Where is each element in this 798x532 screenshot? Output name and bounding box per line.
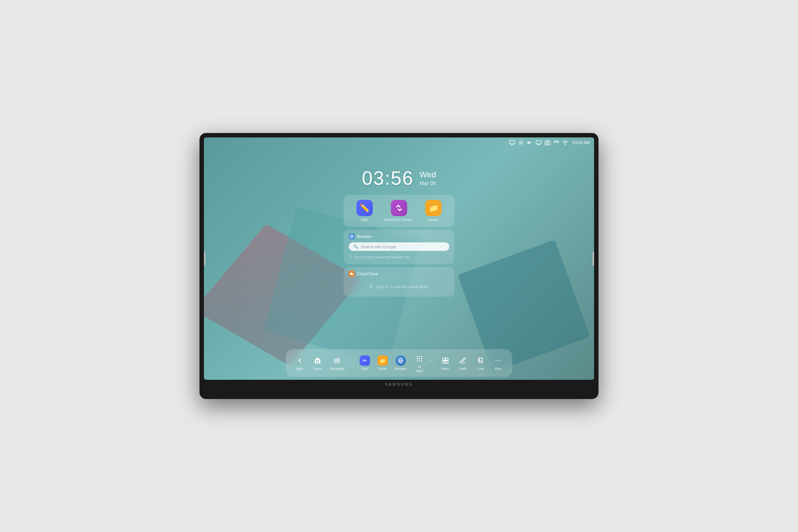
browser-search-bar[interactable]: 🔍 Search with Google	[349, 242, 449, 251]
svg-rect-22	[337, 358, 338, 363]
note-app-label: Note	[361, 218, 368, 222]
note-label: Note	[362, 367, 368, 371]
favorites-hint-text: Tap to enter or select the favorite URL	[354, 255, 410, 259]
status-bar: 03:56 AM	[505, 137, 594, 148]
camera-icon[interactable]	[545, 140, 550, 146]
svg-rect-37	[446, 361, 448, 364]
taskbar: Back Home Backstage ▾ ✏ Note	[286, 349, 512, 377]
svg-rect-35	[446, 358, 448, 361]
cloud-signin-area[interactable]: Sign in to use the cloud drive.	[349, 284, 449, 289]
svg-point-28	[417, 358, 418, 359]
taskbar-home[interactable]: Home	[309, 354, 325, 372]
svg-rect-36	[443, 361, 445, 364]
app-shortcuts-widget: ✏️ Note SAMSUNG Screen... 📁 Finder	[344, 195, 454, 227]
taskbar-backstage[interactable]: Backstage	[327, 354, 347, 372]
svg-rect-38	[479, 358, 482, 361]
cloud-widget-header: Cloud Drive	[349, 271, 449, 277]
menu-label: Menu	[441, 367, 449, 371]
right-handle[interactable]: ‹	[593, 251, 594, 266]
svg-point-27	[421, 356, 422, 357]
search-placeholder: Search with Google	[361, 245, 396, 249]
browser-header-icon	[349, 233, 355, 239]
svg-line-5	[522, 144, 522, 144]
taskbar-mark[interactable]: Mark	[455, 354, 471, 372]
menu-icon	[440, 355, 450, 366]
allapps-taskbar-icon	[414, 354, 424, 364]
network-icon[interactable]	[553, 140, 559, 146]
app-note[interactable]: ✏️ Note	[357, 200, 373, 222]
svg-point-29	[419, 358, 420, 359]
finder-app-icon: 📁	[425, 200, 441, 216]
tv-screen: 03:56 AM › ‹ 03:56 Wed Mar 08 ✏️ Note	[204, 137, 594, 380]
svg-point-31	[417, 360, 418, 361]
svg-point-15	[565, 144, 565, 145]
clock-date: Wed Mar 08	[420, 170, 436, 186]
browser-widget-title: Browser	[357, 234, 372, 239]
taskbar-more[interactable]: More	[490, 354, 507, 372]
brightness-icon[interactable]	[518, 140, 524, 146]
browser-label: Browser	[395, 367, 406, 371]
screen-mirror-icon[interactable]	[509, 140, 515, 146]
svg-rect-23	[339, 358, 340, 363]
samsung-logo: SAMSUNG	[385, 382, 413, 386]
cloud-widget-title: Cloud Drive	[357, 272, 378, 276]
more-icon	[493, 355, 504, 366]
status-time: 03:56 AM	[573, 140, 590, 145]
back-label: Back	[296, 367, 303, 371]
browser-favorites-hint: Tap to enter or select the favorite URL	[349, 254, 449, 260]
svg-point-20	[371, 285, 372, 287]
screen-icon[interactable]	[536, 140, 542, 146]
wifi-icon[interactable]	[562, 140, 568, 146]
taskbar-finder[interactable]: 📁 Finder	[374, 354, 391, 372]
svg-rect-0	[509, 140, 514, 144]
svg-point-32	[419, 360, 420, 361]
browser-widget: Browser 🔍 Search with Google Tap to ente…	[344, 230, 454, 264]
taskbar-allapps[interactable]: All apps	[411, 352, 428, 374]
backstage-dropdown-icon[interactable]: ▾	[349, 359, 351, 362]
more-label: More	[495, 367, 502, 371]
finder-taskbar-icon: 📁	[377, 355, 388, 366]
finder-label: Finder	[378, 367, 387, 371]
svg-point-26	[419, 356, 420, 357]
svg-point-40	[496, 360, 497, 361]
widgets-area: ✏️ Note SAMSUNG Screen... 📁 Finder	[344, 195, 454, 297]
taskbar-crop[interactable]: Crop	[473, 354, 489, 372]
taskbar-back[interactable]: Back	[292, 354, 308, 372]
clock-widget: 03:56 Wed Mar 08	[362, 167, 436, 189]
home-icon	[312, 355, 323, 366]
app-samsung-screen[interactable]: SAMSUNG Screen...	[383, 200, 415, 222]
svg-rect-34	[443, 358, 445, 361]
mark-icon	[458, 355, 468, 366]
taskbar-browser[interactable]: Browser	[392, 354, 409, 372]
search-icon: 🔍	[353, 244, 358, 249]
svg-line-8	[519, 144, 519, 144]
clock-monthday: Mar 08	[420, 180, 436, 186]
cloud-drive-widget: Cloud Drive Sign in to use the cloud dri…	[344, 267, 454, 297]
mark-label: Mark	[460, 367, 467, 371]
crop-icon	[475, 355, 486, 366]
home-label: Home	[313, 367, 322, 371]
app-finder[interactable]: 📁 Finder	[425, 200, 441, 222]
taskbar-note[interactable]: ✏ Note	[357, 354, 373, 372]
tv-bottom-bezel: SAMSUNG	[204, 380, 594, 389]
svg-point-13	[546, 142, 548, 144]
browser-taskbar-icon	[396, 355, 406, 366]
clock-time: 03:56	[362, 167, 414, 189]
svg-point-1	[520, 141, 522, 143]
cloud-signin-text: Sign in to use the cloud drive.	[376, 284, 429, 289]
svg-rect-11	[536, 141, 541, 144]
note-taskbar-icon: ✏	[360, 355, 370, 366]
allapps-dropdown-icon[interactable]: ▾	[429, 359, 431, 362]
taskbar-divider-1	[354, 358, 354, 369]
left-handle[interactable]: ›	[204, 251, 205, 266]
svg-rect-21	[334, 358, 335, 363]
backstage-icon	[332, 355, 342, 366]
taskbar-menu[interactable]: Menu	[437, 354, 453, 372]
browser-widget-header: Browser	[349, 233, 449, 239]
svg-line-9	[522, 141, 522, 141]
crop-label: Crop	[477, 367, 484, 371]
volume-icon[interactable]	[527, 140, 533, 146]
finder-app-label: Finder	[429, 218, 439, 222]
back-icon	[294, 355, 305, 366]
taskbar-divider-2	[434, 358, 434, 369]
